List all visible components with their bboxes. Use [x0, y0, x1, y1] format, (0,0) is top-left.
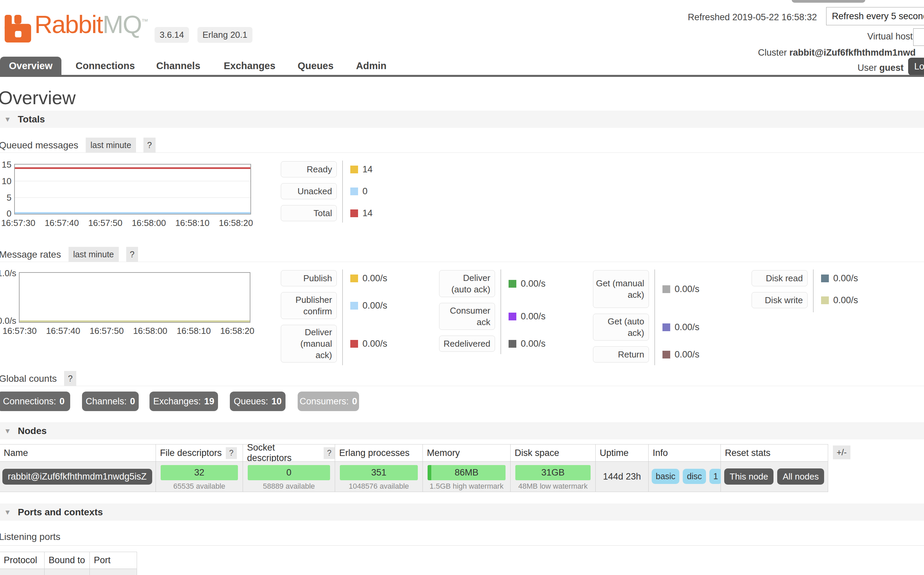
nodes-table: Name File descriptors? Socket descriptor…	[0, 444, 828, 492]
node-disk-cell: 31GB48MB low watermark	[511, 462, 596, 492]
connections-count-button[interactable]: Connections:0	[0, 392, 70, 411]
legend-disk-read[interactable]: Disk read	[752, 270, 808, 286]
erlang-version-badge: Erlang 20.1	[198, 27, 252, 43]
column-toggle-badge[interactable]: +/-	[833, 445, 851, 459]
collapse-triangle-icon[interactable]: ▼	[4, 427, 11, 435]
legend-disk-write[interactable]: Disk write	[752, 292, 808, 308]
legend-deliver-manual[interactable]: Deliver (manual ack)	[281, 325, 337, 362]
info-badge-count: 1	[709, 469, 722, 484]
legend-publisher-confirm[interactable]: Publisher confirm	[281, 292, 337, 319]
disk-usage-bar: 31GB	[515, 465, 591, 480]
consumers-count-button[interactable]: Consumers:0	[298, 392, 359, 411]
legend-ready[interactable]: Ready	[281, 161, 337, 177]
x-tick: 16:58:20	[215, 326, 259, 336]
collapse-triangle-icon[interactable]: ▼	[4, 115, 11, 124]
unacked-value: 0	[362, 186, 368, 197]
nodes-section-header[interactable]: ▼ Nodes	[0, 422, 924, 440]
ports-row-cell	[90, 569, 137, 575]
reset-this-node-button[interactable]: This node	[724, 469, 773, 484]
legend-get-manual[interactable]: Get (manual ack)	[593, 270, 649, 308]
queued-help-icon[interactable]: ?	[143, 138, 156, 153]
y-tick: 1.0/s	[0, 268, 16, 278]
x-tick: 16:58:10	[170, 218, 214, 228]
tab-channels[interactable]: Channels	[156, 60, 201, 71]
legend-return[interactable]: Return	[593, 346, 649, 362]
cluster-line: Cluster rabbit@iZuf6fkfhthmdm1nwd	[758, 48, 916, 58]
disk-write-series-line	[19, 320, 250, 322]
sd-usage-bar: 0	[248, 465, 330, 480]
legend-consumer-ack[interactable]: Consumer ack	[439, 303, 495, 330]
x-tick: 16:57:50	[85, 326, 129, 336]
gridline	[15, 197, 250, 198]
node-uptime-cell: 144d 23h	[596, 462, 648, 492]
virtual-host-select[interactable]	[913, 28, 924, 46]
ports-col-port: Port	[90, 552, 137, 569]
fd-help-icon[interactable]: ?	[226, 447, 237, 459]
node-name-cell: rabbit@iZuf6fkfhthmdm1nwdg5isZ	[0, 462, 156, 492]
tab-connections[interactable]: Connections	[76, 60, 135, 71]
rates-legend-col3: Get (manual ack)0.00/s Get (auto ack)0.0…	[593, 270, 755, 368]
disk-watermark: 48MB low watermark	[515, 482, 591, 491]
global-counts-help-icon[interactable]: ?	[64, 371, 76, 386]
nodes-col-erlang-processes: Erlang processes	[335, 445, 423, 462]
sd-available: 58889 available	[248, 482, 330, 491]
nodes-col-memory: Memory	[423, 445, 511, 462]
ports-col-protocol: Protocol	[0, 552, 45, 569]
legend-get-auto[interactable]: Get (auto ack)	[593, 314, 649, 341]
exchanges-label: Exchanges:	[153, 396, 201, 407]
queued-range-badge[interactable]: last minute	[86, 138, 136, 153]
ep-usage-bar: 351	[340, 465, 418, 480]
global-counts-header: Global counts ?	[0, 371, 76, 386]
global-counts-title: Global counts	[0, 373, 57, 384]
exchanges-count-button[interactable]: Exchanges:19	[150, 392, 218, 411]
collapse-triangle-icon[interactable]: ▼	[4, 508, 11, 516]
ports-section-header[interactable]: ▼ Ports and contexts	[0, 504, 924, 521]
x-tick: 16:57:40	[40, 218, 84, 228]
legend-redelivered[interactable]: Redelivered	[439, 335, 495, 352]
nodes-col-info: Info	[648, 445, 721, 462]
cluster-name: rabbit@iZuf6fkfhthmdm1nwd	[789, 48, 916, 58]
x-tick: 16:58:10	[172, 326, 216, 336]
consumers-label: Consumers:	[300, 396, 349, 407]
legend-unacked[interactable]: Unacked	[281, 183, 337, 199]
node-name-badge[interactable]: rabbit@iZuf6fkfhthmdm1nwdg5isZ	[2, 469, 152, 484]
deliver-auto-rate: 0.00/s	[521, 278, 546, 289]
legend-deliver-auto[interactable]: Deliver (auto ack)	[439, 270, 495, 297]
node-fd-cell: 3265535 available	[156, 462, 243, 492]
ports-section-title: Ports and contexts	[18, 507, 103, 518]
legend-publish[interactable]: Publish	[281, 270, 337, 286]
reset-all-nodes-button[interactable]: All nodes	[777, 469, 824, 484]
tab-exchanges[interactable]: Exchanges	[224, 60, 276, 71]
disk-write-swatch	[821, 297, 829, 304]
redelivered-swatch	[508, 340, 516, 348]
node-memory-cell: 86MB1.5GB high watermark	[423, 462, 511, 492]
y-tick: 10	[0, 176, 11, 186]
x-tick: 16:58:00	[127, 218, 171, 228]
info-badge-disc: disc	[683, 469, 706, 484]
rates-range-badge[interactable]: last minute	[69, 247, 119, 262]
redelivered-rate: 0.00/s	[521, 338, 546, 349]
info-badge-basic: basic	[652, 469, 679, 484]
nodes-col-socket-descriptors: Socket descriptors?	[243, 445, 335, 462]
rates-help-icon[interactable]: ?	[126, 247, 139, 262]
tab-admin[interactable]: Admin	[356, 60, 386, 71]
channels-label: Channels:	[86, 396, 127, 407]
refresh-interval-select[interactable]: Refresh every 5 second	[826, 7, 924, 25]
tab-overview[interactable]: Overview	[0, 57, 61, 75]
unacked-series-line	[15, 212, 250, 214]
nodes-section-title: Nodes	[18, 426, 47, 437]
sd-help-icon[interactable]: ?	[323, 447, 335, 459]
legend-total[interactable]: Total	[281, 205, 337, 221]
channels-count-button[interactable]: Channels:0	[82, 392, 139, 411]
queues-count-button[interactable]: Queues:10	[230, 392, 285, 411]
total-swatch	[350, 210, 358, 217]
nodes-col-uptime: Uptime	[596, 445, 648, 462]
gridline	[15, 181, 250, 181]
totals-section-title: Totals	[18, 114, 45, 125]
totals-section-header[interactable]: ▼ Totals	[0, 111, 924, 128]
channels-value: 0	[130, 396, 135, 407]
trademark-symbol: ™	[142, 17, 148, 25]
tab-queues[interactable]: Queues	[298, 60, 333, 71]
refreshed-timestamp: Refreshed 2019-05-22 16:58:32	[688, 12, 817, 22]
logout-button[interactable]: Log out	[908, 58, 924, 75]
